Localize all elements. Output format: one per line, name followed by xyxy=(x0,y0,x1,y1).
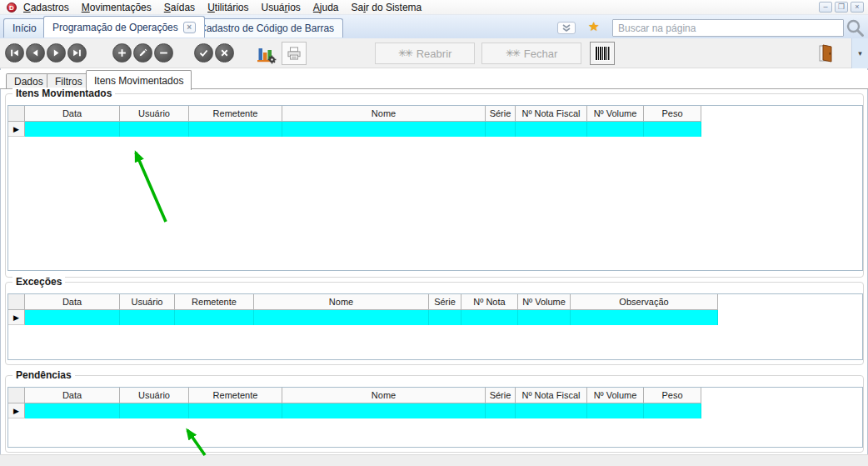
cell-nome[interactable] xyxy=(282,403,486,418)
cell-n-volume[interactable] xyxy=(518,310,571,325)
toolbar-dropdown-icon[interactable]: ▾ xyxy=(851,38,868,68)
cell-data[interactable] xyxy=(25,403,120,418)
cell-remetente[interactable] xyxy=(175,310,254,325)
last-record-button[interactable] xyxy=(67,43,87,63)
column-header-remetente[interactable]: Remetente xyxy=(175,294,254,310)
cell-serie[interactable] xyxy=(486,122,516,137)
column-header-data[interactable]: Data xyxy=(25,294,120,310)
tab-cadastro-codigo-barras[interactable]: Cadastro de Código de Barras xyxy=(190,18,343,38)
first-record-button[interactable] xyxy=(5,43,24,63)
cell-data[interactable] xyxy=(25,122,120,137)
menu-item-ajuda[interactable]: Ajuda xyxy=(313,2,339,13)
chart-settings-icon[interactable] xyxy=(254,43,277,64)
column-header-n-volume[interactable]: Nº Volume xyxy=(518,294,571,310)
cell-n-nota-fiscal[interactable] xyxy=(516,403,587,418)
group-title: Exceções xyxy=(12,276,65,288)
group-itens-movimentados: Itens Movimentados DataUsuárioRemetenteN… xyxy=(5,93,864,278)
column-header-serie[interactable]: Série xyxy=(486,106,516,122)
column-header-serie[interactable]: Série xyxy=(486,388,516,403)
menu-item-cadastros[interactable]: Cadastros xyxy=(23,2,69,13)
reabrir-button[interactable]: ✳✳ Reabrir xyxy=(375,43,475,64)
column-header-data[interactable]: Data xyxy=(25,106,120,122)
column-header-n-nota-fiscal[interactable]: Nº Nota Fiscal xyxy=(516,388,587,403)
cell-usuario[interactable] xyxy=(120,403,189,418)
cell-observacao[interactable] xyxy=(571,310,718,325)
column-header-nome[interactable]: Nome xyxy=(254,294,429,310)
selected-empty-row[interactable]: ▶ xyxy=(8,310,862,325)
tab-inicio[interactable]: Início xyxy=(3,18,46,38)
column-header-n-nota-fiscal[interactable]: Nº Nota Fiscal xyxy=(516,106,587,122)
column-header-peso[interactable]: Peso xyxy=(644,388,701,403)
cell-remetente[interactable] xyxy=(189,403,282,418)
tab-overflow-chevron-icon[interactable] xyxy=(557,22,576,34)
minimize-button[interactable]: – xyxy=(819,2,832,13)
group-excecoes: Exceções DataUsuárioRemetenteNomeSérieNº… xyxy=(5,282,864,365)
column-header-usuario[interactable]: Usuário xyxy=(120,294,175,310)
column-header-observacao[interactable]: Observação xyxy=(571,294,718,310)
column-header-usuario[interactable]: Usuário xyxy=(120,106,189,122)
print-button[interactable] xyxy=(282,42,307,65)
cell-serie[interactable] xyxy=(486,403,516,418)
grid-header-row: DataUsuárioRemetenteNomeSérieNº Nota Fis… xyxy=(8,388,862,403)
tab-label: Início xyxy=(12,23,37,34)
cell-serie[interactable] xyxy=(429,310,461,325)
delete-record-button[interactable] xyxy=(154,43,173,63)
add-record-button[interactable] xyxy=(112,43,132,63)
edit-record-button[interactable] xyxy=(133,43,152,63)
cell-usuario[interactable] xyxy=(120,310,175,325)
column-header-data[interactable]: Data xyxy=(25,388,120,403)
menu-item-usuarios[interactable]: Usuários xyxy=(261,2,300,13)
cancel-button[interactable] xyxy=(215,43,234,63)
status-bar xyxy=(0,454,868,466)
fechar-button[interactable]: ✳✳ Fechar xyxy=(481,43,581,64)
cell-n-nota[interactable] xyxy=(461,310,518,325)
menu-item-utilitarios[interactable]: Utilitários xyxy=(207,2,248,13)
search-input[interactable] xyxy=(612,19,844,37)
menu-item-sair-do-sistema[interactable]: Sair do Sistema xyxy=(352,2,422,13)
column-header-n-volume[interactable]: Nº Volume xyxy=(587,106,644,122)
group-pendencias: Pendências DataUsuárioRemetenteNomeSérie… xyxy=(5,375,864,453)
cell-n-volume[interactable] xyxy=(587,403,644,418)
cell-nome[interactable] xyxy=(282,122,486,137)
column-header-remetente[interactable]: Remetente xyxy=(189,106,282,122)
column-header-peso[interactable]: Peso xyxy=(644,106,701,122)
close-button[interactable]: × xyxy=(851,2,864,13)
row-selector-header xyxy=(8,106,25,122)
column-header-nome[interactable]: Nome xyxy=(282,388,486,403)
selected-empty-row[interactable]: ▶ xyxy=(8,403,862,418)
menu-item-saidas[interactable]: Saídas xyxy=(164,2,195,13)
column-header-n-nota[interactable]: Nº Nota xyxy=(461,294,518,310)
cell-n-volume[interactable] xyxy=(587,122,644,137)
favorites-star-icon[interactable]: ★ xyxy=(588,19,599,34)
column-header-nome[interactable]: Nome xyxy=(282,106,486,122)
previous-record-button[interactable] xyxy=(26,43,45,63)
current-row-marker-icon: ▶ xyxy=(8,122,25,137)
cell-peso[interactable] xyxy=(644,403,701,418)
next-record-button[interactable] xyxy=(47,43,66,63)
cell-peso[interactable] xyxy=(644,122,701,137)
barcode-button[interactable] xyxy=(590,42,615,65)
restore-button[interactable]: ❐ xyxy=(835,2,848,13)
cell-data[interactable] xyxy=(25,310,120,325)
cell-nome[interactable] xyxy=(254,310,429,325)
grid-header-row: DataUsuárioRemetenteNomeSérieNº NotaNº V… xyxy=(8,294,862,310)
cell-n-nota-fiscal[interactable] xyxy=(516,122,587,137)
tab-itens-movimentados[interactable]: Itens Movimentados xyxy=(86,70,192,90)
column-header-n-volume[interactable]: Nº Volume xyxy=(587,388,644,403)
grid-excecoes: DataUsuárioRemetenteNomeSérieNº NotaNº V… xyxy=(7,293,863,360)
cell-remetente[interactable] xyxy=(189,122,282,137)
column-header-serie[interactable]: Série xyxy=(429,294,461,310)
page-tabs: Dados Filtros Itens Movimentados xyxy=(0,70,868,89)
column-header-remetente[interactable]: Remetente xyxy=(189,388,282,403)
cell-usuario[interactable] xyxy=(120,122,189,137)
tab-programacao-de-operacoes[interactable]: Programação de Operações × xyxy=(43,16,205,38)
row-selector-header xyxy=(8,294,25,310)
confirm-button[interactable] xyxy=(194,43,213,63)
menu-item-movimentacoes[interactable]: Movimentações xyxy=(82,2,152,13)
row-selector-header xyxy=(8,388,25,403)
selected-empty-row[interactable]: ▶ xyxy=(8,122,862,137)
exit-door-icon[interactable] xyxy=(815,43,836,64)
close-tab-icon[interactable]: × xyxy=(183,22,196,33)
column-header-usuario[interactable]: Usuário xyxy=(120,388,189,403)
tab-strip: Início Programação de Operações × Cadast… xyxy=(0,15,868,38)
